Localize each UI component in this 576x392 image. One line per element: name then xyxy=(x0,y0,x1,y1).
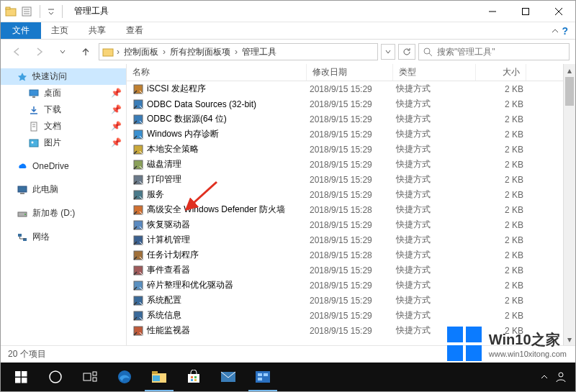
nav-up-button[interactable] xyxy=(76,42,96,62)
ribbon-view-tab[interactable]: 查看 xyxy=(116,22,153,39)
help-icon[interactable]: ? xyxy=(562,25,568,37)
vertical-scrollbar[interactable]: ▴ ▾ xyxy=(563,64,575,345)
pin-icon: 📌 xyxy=(111,104,122,114)
file-date: 2018/9/15 15:29 xyxy=(310,190,396,200)
file-row[interactable]: iSCSI 发起程序2018/9/15 15:29快捷方式2 KB xyxy=(127,81,575,96)
nav-history-dropdown[interactable] xyxy=(53,42,73,62)
file-row[interactable]: 计算机管理2018/9/15 15:29快捷方式2 KB xyxy=(127,232,575,247)
column-size[interactable]: 大小 xyxy=(476,64,526,81)
file-row[interactable]: ODBC Data Sources (32-bit)2018/9/15 15:2… xyxy=(127,96,575,111)
file-name: 系统信息 xyxy=(147,309,181,322)
chevron-right-icon[interactable]: › xyxy=(235,47,238,57)
svg-point-15 xyxy=(32,141,34,143)
search-icon xyxy=(423,47,433,57)
taskbar xyxy=(1,363,575,391)
maximize-button[interactable] xyxy=(509,1,542,22)
refresh-button[interactable] xyxy=(398,44,415,60)
address-dropdown-button[interactable] xyxy=(381,44,395,60)
properties-icon[interactable] xyxy=(21,6,32,17)
file-date: 2018/9/15 15:29 xyxy=(310,84,396,94)
file-date: 2018/9/15 15:29 xyxy=(310,296,396,306)
search-box[interactable] xyxy=(418,43,570,60)
file-type: 快捷方式 xyxy=(396,173,479,186)
sidebar-quick-access[interactable]: 快速访问 xyxy=(1,68,126,85)
chevron-right-icon[interactable]: › xyxy=(163,47,166,57)
file-size: 2 KB xyxy=(479,265,529,275)
ribbon-file-tab[interactable]: 文件 xyxy=(1,22,41,39)
scroll-up-icon[interactable]: ▴ xyxy=(564,64,575,76)
close-button[interactable] xyxy=(542,1,575,22)
file-row[interactable]: 碎片整理和优化驱动器2018/9/15 15:29快捷方式2 KB xyxy=(127,278,575,293)
sidebar-item-label: 文档 xyxy=(44,120,61,132)
column-name[interactable]: 名称 xyxy=(127,64,307,81)
taskbar-controlpanel[interactable] xyxy=(246,363,280,391)
file-name: 系统配置 xyxy=(147,294,181,306)
svg-rect-52 xyxy=(191,376,193,378)
qat-dropdown-icon[interactable] xyxy=(48,8,55,15)
file-row[interactable]: 系统配置2018/9/15 15:29快捷方式2 KB xyxy=(127,293,575,308)
minimize-button[interactable] xyxy=(476,1,509,22)
nav-forward-button[interactable] xyxy=(30,42,50,62)
file-row[interactable]: 恢复驱动器2018/9/15 15:29快捷方式2 KB xyxy=(127,217,575,232)
chevron-right-icon[interactable]: › xyxy=(117,47,120,57)
file-name: ODBC Data Sources (32-bit) xyxy=(147,99,256,109)
column-headers: 名称 修改日期 类型 大小 xyxy=(127,64,575,81)
sidebar-pictures[interactable]: 图片 📌 xyxy=(1,135,126,151)
file-row[interactable]: 服务2018/9/15 15:29快捷方式2 KB xyxy=(127,187,575,202)
ribbon-expand-icon[interactable] xyxy=(552,27,559,35)
file-row[interactable]: 任务计划程序2018/9/15 15:28快捷方式2 KB xyxy=(127,247,575,263)
breadcrumb-item[interactable]: 所有控制面板项 xyxy=(168,46,232,58)
sidebar-desktop[interactable]: 桌面 📌 xyxy=(1,85,126,101)
address-box[interactable]: › 控制面板 › 所有控制面板项 › 管理工具 xyxy=(99,43,378,60)
folder-icon xyxy=(5,6,17,17)
tray-show-hidden-icon[interactable] xyxy=(541,373,548,380)
file-row[interactable]: ODBC 数据源(64 位)2018/9/15 15:29快捷方式2 KB xyxy=(127,111,575,127)
start-button[interactable] xyxy=(4,363,38,391)
file-name: ODBC 数据源(64 位) xyxy=(147,113,227,125)
svg-rect-54 xyxy=(191,379,193,381)
scroll-thumb[interactable] xyxy=(565,77,574,106)
sidebar-newvol[interactable]: 新加卷 (D:) xyxy=(1,205,126,222)
svg-rect-55 xyxy=(194,379,197,381)
taskbar-mail[interactable] xyxy=(211,363,246,391)
column-date[interactable]: 修改日期 xyxy=(307,64,393,81)
breadcrumb-item[interactable]: 控制面板 xyxy=(122,46,160,58)
svg-point-43 xyxy=(50,371,61,383)
file-size: 2 KB xyxy=(479,296,529,306)
file-list[interactable]: iSCSI 发起程序2018/9/15 15:29快捷方式2 KBODBC Da… xyxy=(127,81,575,345)
sidebar-onedrive[interactable]: OneDrive xyxy=(1,158,126,174)
nav-back-button[interactable] xyxy=(6,42,27,62)
file-row[interactable]: 高级安全 Windows Defender 防火墙2018/9/15 15:28… xyxy=(127,202,575,217)
cortana-button[interactable] xyxy=(38,363,73,391)
file-row[interactable]: 本地安全策略2018/9/15 15:29快捷方式2 KB xyxy=(127,142,575,157)
file-date: 2018/9/15 15:28 xyxy=(310,250,396,260)
file-name: iSCSI 发起程序 xyxy=(147,83,206,95)
ribbon-share-tab[interactable]: 共享 xyxy=(78,22,116,39)
file-date: 2018/9/15 15:29 xyxy=(310,114,396,124)
column-type[interactable]: 类型 xyxy=(393,64,476,81)
taskbar-store[interactable] xyxy=(176,363,211,391)
sidebar-documents[interactable]: 文档 📌 xyxy=(1,118,126,135)
sidebar-thispc[interactable]: 此电脑 xyxy=(1,181,126,198)
file-name: 高级安全 Windows Defender 防火墙 xyxy=(147,204,285,216)
file-row[interactable]: 系统信息2018/9/15 15:29快捷方式2 KB xyxy=(127,308,575,323)
taskbar-edge[interactable] xyxy=(107,363,142,391)
search-input[interactable] xyxy=(437,47,564,57)
svg-rect-39 xyxy=(15,371,21,377)
file-row[interactable]: 打印管理2018/9/15 15:29快捷方式2 KB xyxy=(127,172,575,187)
system-tray[interactable] xyxy=(541,371,572,383)
ribbon-home-tab[interactable]: 主页 xyxy=(41,22,78,39)
tray-people-icon[interactable] xyxy=(555,371,567,383)
taskview-button[interactable] xyxy=(73,363,107,391)
file-date: 2018/9/15 15:29 xyxy=(310,99,396,109)
file-row[interactable]: Windows 内存诊断2018/9/15 15:29快捷方式2 KB xyxy=(127,127,575,142)
sidebar-network[interactable]: 网络 xyxy=(1,229,126,245)
taskbar-explorer[interactable] xyxy=(142,363,176,391)
pc-icon xyxy=(17,184,28,196)
file-row[interactable]: 事件查看器2018/9/15 15:29快捷方式2 KB xyxy=(127,263,575,278)
breadcrumb-item[interactable]: 管理工具 xyxy=(240,46,278,58)
titlebar: 管理工具 xyxy=(1,1,575,22)
file-row[interactable]: 磁盘清理2018/9/15 15:29快捷方式2 KB xyxy=(127,157,575,172)
sidebar-downloads[interactable]: 下载 📌 xyxy=(1,101,126,118)
file-type: 快捷方式 xyxy=(396,309,479,322)
